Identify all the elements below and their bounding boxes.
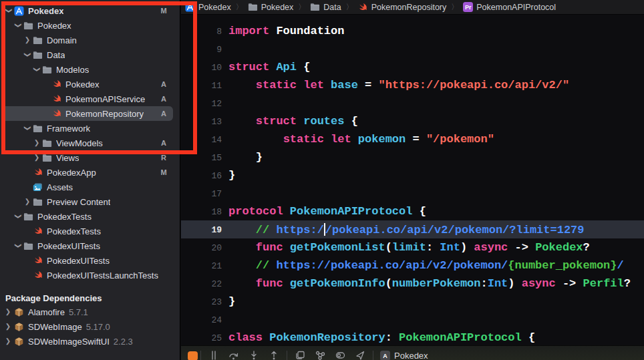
breadcrumb-label: Data — [323, 3, 341, 12]
package-icon — [13, 336, 25, 347]
code-line-13[interactable]: 13 struct routes { — [181, 112, 644, 130]
pause-button[interactable] — [204, 346, 224, 360]
line-number: 13 — [181, 116, 222, 127]
code-line-20[interactable]: 20 func getPokemonList(limit: Int) async… — [181, 238, 644, 256]
breadcrumb-separator: 〉 — [236, 2, 243, 12]
package-dependencies-header: Package Dependencies — [5, 293, 180, 303]
sidebar-item-label: PokedexUITests — [37, 241, 100, 251]
sidebar-item-pokedexuitestslaunchtests[interactable]: PokedexUITestsLaunchTests — [0, 268, 180, 283]
source-control-badge: A — [158, 80, 169, 88]
breadcrumb-item-pokemonrepository[interactable]: PokemonRepository — [358, 2, 447, 12]
swift-icon — [32, 255, 43, 266]
code-line-24[interactable]: 24 — [181, 311, 644, 329]
step-over-button[interactable] — [224, 346, 244, 360]
code-line-17[interactable]: 17 — [181, 184, 644, 202]
environment-overrides-button[interactable] — [330, 346, 350, 360]
package-name: SDWebImageSwiftUI — [28, 337, 110, 347]
package-name: SDWebImage — [28, 322, 82, 332]
sidebar-item-pokedex[interactable]: ❯PokedexM — [0, 3, 180, 18]
code-area[interactable]: 8import Foundation910struct Api {11 stat… — [181, 15, 644, 360]
sidebar-item-label: PokedexUITestsLaunchTests — [47, 271, 158, 281]
sidebar-item-label: PokedexApp — [47, 168, 96, 178]
sidebar-item-pokedexuitests[interactable]: ❯PokedexUITests — [0, 238, 180, 253]
sidebar-item-pokemonrepository[interactable]: PokemonRepositoryA — [0, 106, 180, 121]
line-number: 10 — [181, 62, 222, 73]
disclosure-chevron-icon[interactable]: ❯ — [3, 319, 13, 334]
sidebar-item-assets[interactable]: Assets — [0, 180, 180, 194]
package-item-sdwebimage[interactable]: ❯SDWebImage5.17.0 — [0, 319, 180, 334]
sidebar-item-modelos[interactable]: ❯Modelos — [0, 62, 180, 77]
sidebar-item-label: PokedexTests — [37, 212, 92, 222]
folder-icon — [32, 123, 43, 134]
code-line-22[interactable]: 22 func getPokemonInfo(numberPokemon:Int… — [181, 275, 644, 293]
disclosure-chevron-icon[interactable]: ❯ — [32, 136, 41, 150]
package-version: 2.2.3 — [114, 337, 133, 347]
sidebar-item-pokedextests[interactable]: PokedexTests — [0, 224, 180, 238]
code-line-10[interactable]: 10struct Api { — [181, 58, 644, 76]
project-icon — [185, 2, 195, 12]
disclosure-chevron-icon[interactable]: ❯ — [23, 33, 32, 47]
code-line-12[interactable]: 12 — [181, 94, 644, 112]
code-text: static let base = "https://pokeapi.co/ap… — [228, 79, 569, 92]
code-line-23[interactable]: 23} — [181, 293, 644, 311]
line-number: 21 — [181, 260, 222, 271]
breadcrumb: Pokedex〉Pokedex〉Data〉PokemonRepository〉P… — [181, 0, 644, 15]
disclosure-chevron-icon[interactable]: ❯ — [3, 305, 13, 319]
breadcrumb-label: Pokedex — [198, 3, 231, 12]
code-line-8[interactable]: 8import Foundation — [181, 22, 644, 40]
sidebar-item-pokedexapp[interactable]: PokedexAppM — [0, 165, 180, 180]
code-line-16[interactable]: 16} — [181, 166, 644, 184]
sidebar-item-pokedexuitests[interactable]: PokedexUITests — [0, 253, 180, 268]
step-into-button[interactable] — [244, 346, 264, 360]
sidebar-item-label: PokedexTests — [47, 226, 101, 236]
sidebar-item-label: Modelos — [56, 65, 89, 75]
folder-icon — [41, 152, 53, 163]
sidebar-item-domain[interactable]: ❯Domain — [0, 33, 180, 47]
package-item-alamofire[interactable]: ❯Alamofire5.7.1 — [0, 305, 180, 319]
folder-icon — [23, 240, 34, 251]
sidebar-item-viewmodels[interactable]: ❯ViewModelsA — [0, 136, 180, 150]
sidebar-item-pokemonapiservice[interactable]: PokemonAPIServiceA — [0, 92, 180, 106]
folder-icon — [41, 64, 53, 75]
sidebar-item-label: Pokedex — [37, 21, 71, 31]
code-line-9[interactable]: 9 — [181, 40, 644, 58]
sidebar-item-preview-content[interactable]: ❯Preview Content — [0, 194, 180, 209]
code-line-14[interactable]: 14 static let pokemon = "/pokemon" — [181, 130, 644, 148]
simulate-location-button[interactable] — [350, 346, 370, 360]
line-number: 22 — [181, 279, 222, 289]
breadcrumb-item-pokedex[interactable]: Pokedex — [248, 2, 294, 12]
sidebar-item-data[interactable]: ❯Data — [0, 47, 180, 62]
code-text: // https://pokeapi.co/api/v2/pokemon/?li… — [228, 223, 585, 236]
line-number: 23 — [181, 297, 222, 307]
code-line-15[interactable]: 15 } — [181, 148, 644, 166]
code-line-18[interactable]: 18protocol PokemonAPIProtocol { — [181, 202, 644, 220]
sidebar-item-pokedextests[interactable]: ❯PokedexTests — [0, 209, 180, 224]
step-out-button[interactable] — [264, 346, 284, 360]
swift-icon — [51, 94, 62, 104]
sidebar-item-pokedex[interactable]: ❯Pokedex — [0, 18, 180, 33]
assets-icon — [32, 182, 43, 192]
sidebar-item-label: Framework — [47, 124, 90, 134]
code-text: static let pokemon = "/pokemon" — [228, 133, 494, 146]
breadcrumb-item-pokemonapiprotocol[interactable]: PrPokemonAPIProtocol — [463, 2, 556, 12]
code-text: // https://pokeapi.co/api/v2/pokemon/{nu… — [228, 259, 624, 272]
sidebar-item-pokedex[interactable]: PokedexA — [0, 77, 180, 92]
breadcrumb-item-data[interactable]: Data — [310, 2, 341, 12]
breadcrumb-item-pokedex[interactable]: Pokedex — [185, 2, 231, 12]
disclosure-chevron-icon[interactable]: ❯ — [32, 150, 41, 165]
disclosure-chevron-icon[interactable]: ❯ — [23, 194, 32, 209]
sidebar-item-label: PokedexUITests — [47, 256, 110, 266]
view-debugger-button[interactable] — [290, 346, 310, 360]
disclosure-chevron-icon[interactable]: ❯ — [3, 334, 13, 349]
sidebar-item-framework[interactable]: ❯Framework — [0, 121, 180, 136]
breakpoints-toggle-button[interactable] — [188, 351, 198, 360]
code-line-19[interactable]: 19 // https://pokeapi.co/api/v2/pokemon/… — [181, 220, 644, 238]
project-icon — [13, 5, 25, 16]
memory-graph-button[interactable] — [310, 346, 330, 360]
code-line-21[interactable]: 21 // https://pokeapi.co/api/v2/pokemon/… — [181, 256, 644, 275]
code-line-25[interactable]: 25class PokemonRepository: PokemonAPIPro… — [181, 329, 644, 347]
sidebar-item-views[interactable]: ❯ViewsR — [0, 150, 180, 165]
package-item-sdwebimageswiftui[interactable]: ❯SDWebImageSwiftUI2.2.3 — [0, 334, 180, 349]
package-version: 5.17.0 — [86, 322, 110, 332]
code-line-11[interactable]: 11 static let base = "https://pokeapi.co… — [181, 76, 644, 94]
